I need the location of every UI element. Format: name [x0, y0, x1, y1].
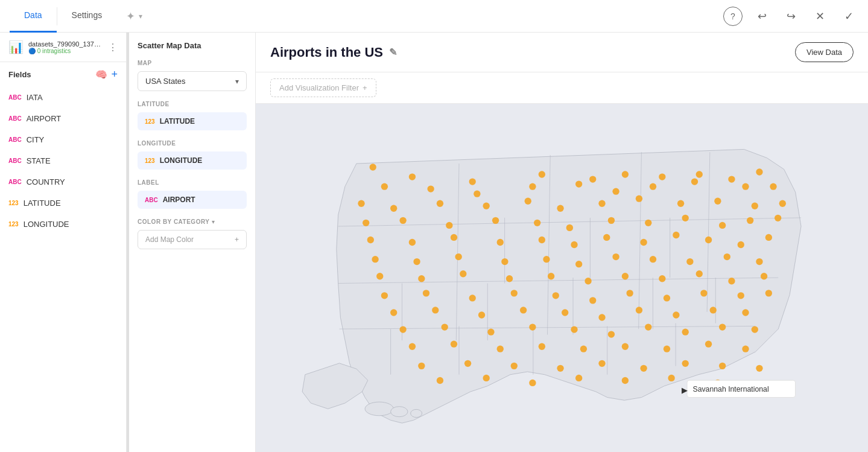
tab-settings[interactable]: Settings: [57, 0, 117, 33]
airport-dot[interactable]: [765, 290, 772, 297]
airport-dot[interactable]: [677, 200, 684, 207]
airport-dot[interactable]: [432, 307, 439, 314]
airport-dot[interactable]: [553, 293, 559, 299]
view-data-button[interactable]: View Data: [795, 42, 854, 62]
airport-dot[interactable]: [488, 329, 495, 336]
airport-dot[interactable]: [589, 298, 596, 304]
airport-dot[interactable]: [622, 377, 629, 384]
airport-dot[interactable]: [641, 365, 647, 372]
airport-dot[interactable]: [483, 375, 490, 381]
airport-dot[interactable]: [390, 310, 397, 316]
field-item-city[interactable]: ABCCITY: [0, 129, 126, 150]
airport-dot[interactable]: [682, 215, 689, 221]
airport-dot[interactable]: [622, 343, 629, 350]
airport-dot[interactable]: [673, 232, 680, 238]
airport-dot[interactable]: [715, 198, 721, 205]
airport-dot[interactable]: [525, 198, 531, 205]
airport-dot[interactable]: [622, 273, 629, 279]
undo-icon[interactable]: ↩: [752, 7, 771, 26]
airport-dot[interactable]: [437, 377, 443, 384]
airport-dot[interactable]: [756, 365, 763, 372]
airport-dot[interactable]: [701, 290, 708, 297]
airport-dot[interactable]: [543, 256, 550, 263]
help-icon[interactable]: ?: [723, 7, 743, 26]
airport-dot[interactable]: [442, 324, 448, 331]
redo-icon[interactable]: ↪: [781, 7, 800, 26]
airport-dot[interactable]: [724, 253, 730, 260]
airport-dot[interactable]: [608, 331, 615, 338]
airport-dot[interactable]: [409, 174, 416, 180]
airport-dot[interactable]: [437, 200, 443, 207]
brain-icon[interactable]: 🧠: [95, 69, 107, 80]
field-item-latitude[interactable]: 123LATITUDE: [0, 193, 126, 214]
airport-dot[interactable]: [400, 326, 407, 333]
field-item-country[interactable]: ABCCOUNTRY: [0, 171, 126, 193]
airport-dot[interactable]: [622, 171, 629, 178]
field-item-longitude[interactable]: 123LONGITUDE: [0, 214, 126, 235]
airport-dot[interactable]: [682, 360, 689, 367]
airport-dot[interactable]: [645, 324, 651, 331]
airport-dot[interactable]: [770, 183, 777, 190]
airport-dot[interactable]: [451, 341, 457, 348]
airport-dot[interactable]: [765, 234, 772, 241]
airport-dot[interactable]: [370, 164, 376, 171]
latitude-chip[interactable]: 123 LATITUDE: [138, 112, 247, 130]
airport-dot[interactable]: [613, 253, 619, 260]
add-filter-button[interactable]: Add Visualization Filter +: [270, 78, 376, 97]
airport-dot[interactable]: [367, 237, 374, 243]
label-chip[interactable]: ABC AIRPORT: [138, 191, 247, 209]
airport-dot[interactable]: [729, 278, 735, 284]
airport-dot[interactable]: [530, 380, 536, 386]
add-color-button[interactable]: Add Map Color +: [138, 230, 247, 249]
airport-dot[interactable]: [566, 224, 573, 231]
airport-dot[interactable]: [691, 179, 698, 185]
airport-dot[interactable]: [414, 258, 420, 265]
airport-dot[interactable]: [390, 205, 397, 212]
field-item-airport[interactable]: ABCAIRPORT: [0, 108, 126, 129]
airport-dot[interactable]: [729, 176, 735, 183]
airport-dot[interactable]: [464, 360, 471, 367]
airport-dot[interactable]: [409, 343, 416, 350]
airport-dot[interactable]: [696, 171, 703, 178]
airport-dot[interactable]: [668, 375, 675, 381]
airport-dot[interactable]: [743, 346, 749, 352]
airport-dot[interactable]: [719, 363, 726, 369]
airport-dot[interactable]: [636, 307, 642, 314]
airport-dot[interactable]: [358, 200, 365, 207]
airport-dot[interactable]: [474, 191, 481, 197]
airport-dot[interactable]: [585, 278, 592, 284]
airport-dot[interactable]: [705, 341, 712, 348]
check-icon[interactable]: ✓: [839, 7, 858, 26]
airport-dot[interactable]: [738, 293, 744, 299]
airport-dot[interactable]: [756, 169, 763, 176]
airport-dot[interactable]: [650, 183, 656, 190]
airport-dot[interactable]: [497, 346, 504, 352]
airport-dot[interactable]: [761, 273, 767, 279]
airport-dot[interactable]: [478, 312, 485, 319]
airport-dot[interactable]: [645, 220, 651, 226]
airport-dot[interactable]: [696, 270, 703, 277]
airport-dot[interactable]: [627, 290, 633, 297]
airport-dot[interactable]: [682, 329, 689, 336]
airport-dot[interactable]: [539, 171, 545, 178]
airport-dot[interactable]: [650, 256, 656, 263]
airport-dot[interactable]: [483, 203, 490, 209]
airport-dot[interactable]: [599, 314, 606, 321]
airport-dot[interactable]: [539, 237, 545, 243]
airport-dot[interactable]: [539, 343, 545, 350]
airport-dot[interactable]: [747, 217, 753, 224]
airport-dot[interactable]: [608, 217, 615, 224]
airport-dot[interactable]: [419, 363, 425, 369]
airport-dot[interactable]: [381, 183, 388, 190]
airport-dot[interactable]: [664, 295, 670, 302]
airport-dot[interactable]: [659, 174, 666, 180]
airport-dot[interactable]: [779, 200, 786, 207]
airport-dot[interactable]: [376, 273, 383, 279]
airport-dot[interactable]: [752, 203, 758, 209]
airport-dot[interactable]: [641, 239, 647, 246]
airport-dot[interactable]: [571, 326, 578, 333]
airport-dot[interactable]: [428, 186, 434, 193]
airport-dot[interactable]: [575, 181, 582, 188]
airport-dot[interactable]: [451, 234, 457, 241]
airport-dot[interactable]: [534, 220, 540, 226]
